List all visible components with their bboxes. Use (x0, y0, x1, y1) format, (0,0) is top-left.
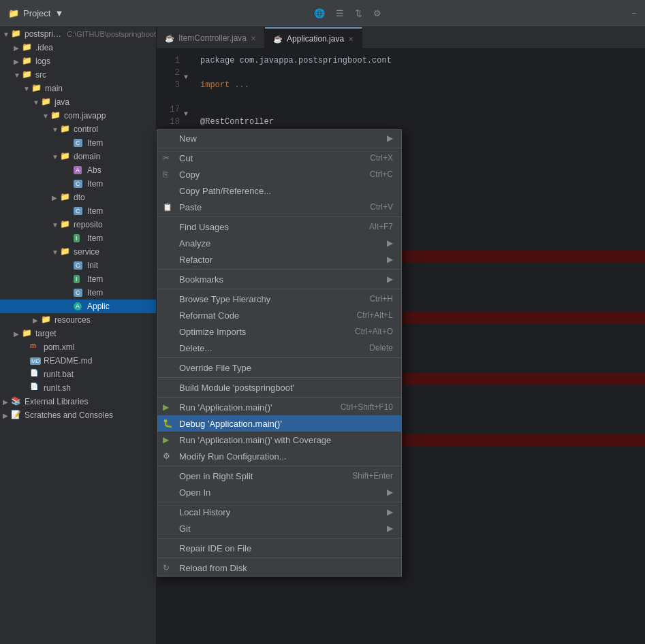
cm-item-copy-path[interactable]: Copy Path/Reference... (157, 182, 401, 199)
cm-item-label: Run 'Application.main()' with Coverage (179, 435, 393, 445)
cm-item-new[interactable]: New ▶ (157, 130, 401, 146)
submenu-arrow-icon: ▶ (387, 133, 393, 143)
package-icon: 📁 (60, 192, 71, 203)
cm-shortcut: Delete (369, 343, 393, 353)
sidebar-item-dto[interactable]: ▶ 📁 dto (0, 191, 156, 204)
sh-icon: 📄 (30, 383, 41, 393)
tree-arrow: ▶ (14, 44, 22, 52)
sidebar-item-resources[interactable]: ▶ 📁 resources (0, 313, 156, 327)
sidebar-item-service[interactable]: ▼ 📁 service (0, 245, 156, 259)
sidebar-item-item-domain[interactable]: C Item (0, 177, 156, 191)
tree-arrow: ▼ (52, 126, 60, 133)
java-icon: ☕ (165, 34, 174, 43)
cm-item-reformat[interactable]: Reformat Code Ctrl+Alt+L (157, 307, 401, 323)
project-dropdown-icon[interactable]: ▼ (54, 8, 63, 18)
cm-item-open-in[interactable]: Open In ▶ (157, 484, 401, 500)
sidebar-item-pomxml[interactable]: m pom.xml (0, 340, 156, 354)
sidebar-item-java[interactable]: ▼ 📁 java (0, 95, 156, 109)
cm-item-label: New (179, 133, 387, 144)
project-icon: 📁 (8, 8, 19, 18)
tree-label: Item (87, 138, 103, 148)
sidebar-item-item-svc1[interactable]: I Item (0, 272, 156, 286)
list-icon[interactable]: ☰ (336, 8, 344, 18)
cm-item-analyze[interactable]: Analyze ▶ (157, 235, 401, 251)
submenu-arrow-icon: ▶ (387, 507, 393, 517)
class-c-icon: C (74, 178, 84, 189)
code-line: package com.javappa.postspringboot.cont (200, 54, 645, 67)
cm-shortcut: Ctrl+C (370, 170, 393, 179)
sidebar-item-item-svc2[interactable]: C Item (0, 286, 156, 300)
sidebar-item-idea[interactable]: ▶ 📁 .idea (0, 41, 156, 54)
cm-item-reload[interactable]: ↻ Reload from Disk (157, 560, 401, 576)
code-line (200, 91, 645, 103)
gear-icon[interactable]: ⚙ (373, 8, 381, 18)
globe-icon[interactable]: 🌐 (314, 8, 325, 18)
tree-path: C:\GITHUB\postspringboot (67, 30, 156, 38)
cm-item-git[interactable]: Git ▶ (157, 520, 401, 536)
sidebar-item-runit-bat[interactable]: 📄 runIt.bat (0, 368, 156, 381)
cm-item-optimize[interactable]: Optimize Imports Ctrl+Alt+O (157, 323, 401, 340)
tab-application[interactable]: ☕ Application.java ✕ (265, 27, 362, 49)
cm-item-cut[interactable]: ✂ Cut Ctrl+X (157, 150, 401, 166)
class-c-icon: C (74, 260, 84, 271)
sidebar-item-item-repo[interactable]: I Item (0, 231, 156, 245)
sidebar-item-repository[interactable]: ▼ 📁 reposito (0, 218, 156, 231)
cm-item-find-usages[interactable]: Find Usages Alt+F7 (157, 219, 401, 235)
sidebar-item-itemcontroller[interactable]: C Item (0, 136, 156, 150)
cm-item-build[interactable]: Build Module 'postspringboot' (157, 379, 401, 396)
tab-itemcontroller[interactable]: ☕ ItemController.java ✕ (157, 27, 265, 49)
cm-separator (157, 289, 401, 289)
tree-label: Abs (87, 165, 101, 175)
sidebar-item-runit-sh[interactable]: 📄 runIt.sh (0, 381, 156, 395)
cm-shortcut: Ctrl+Alt+L (357, 310, 393, 320)
sidebar-item-target[interactable]: ▶ 📁 target (0, 327, 156, 340)
sidebar-item-src[interactable]: ▼ 📁 src (0, 68, 156, 82)
tab-close-icon[interactable]: ✕ (348, 35, 353, 43)
sidebar-item-item-dto[interactable]: C Item (0, 204, 156, 218)
sidebar-item-postspringboot[interactable]: ▼ 📁 postspringboot C:\GITHUB\postspringb… (0, 27, 156, 41)
arrows-icon[interactable]: ⇅ (355, 8, 362, 18)
sidebar-item-ext-libs[interactable]: ▶ 📚 External Libraries (0, 395, 156, 408)
sidebar-item-init[interactable]: C Init (0, 259, 156, 272)
sidebar-item-main[interactable]: ▼ 📁 main (0, 82, 156, 95)
package-icon: 📁 (60, 246, 71, 257)
cm-item-copy[interactable]: ⎘ Copy Ctrl+C (157, 166, 401, 182)
tab-close-icon[interactable]: ✕ (251, 35, 256, 42)
cm-item-label: Optimize Imports (179, 327, 341, 337)
sidebar-item-domain[interactable]: ▼ 📁 domain (0, 150, 156, 163)
cm-item-local-history[interactable]: Local History ▶ (157, 504, 401, 520)
sidebar-item-comjavapp[interactable]: ▼ 📁 com.javapp (0, 109, 156, 123)
tree-arrow: ▼ (14, 71, 22, 79)
sidebar-item-abs[interactable]: A Abs (0, 163, 156, 177)
cm-item-label: Repair IDE on File (179, 543, 393, 553)
scratches-icon: 📝 (11, 410, 22, 421)
tree-arrow: ▶ (3, 398, 11, 406)
config-icon: ⚙ (163, 451, 170, 461)
cm-item-coverage[interactable]: ▶ Run 'Application.main()' with Coverage (157, 432, 401, 448)
cm-item-override-type[interactable]: Override File Type (157, 359, 401, 376)
sidebar-item-logs[interactable]: ▶ 📁 logs (0, 54, 156, 68)
cm-item-debug[interactable]: 🐛 Debug 'Application.main()' (157, 415, 401, 432)
sidebar-item-readme[interactable]: MD README.md (0, 354, 156, 368)
cm-item-modify-config[interactable]: ⚙ Modify Run Configuration... (157, 448, 401, 464)
tree-label: resources (54, 315, 91, 325)
folder-icon: 📁 (41, 315, 52, 325)
project-selector[interactable]: 📁 Project ▼ (8, 8, 63, 18)
minimize-icon[interactable]: − (631, 8, 637, 18)
cm-item-browse-hierarchy[interactable]: Browse Type Hierarchy Ctrl+H (157, 291, 401, 307)
cm-item-paste[interactable]: 📋 Paste Ctrl+V (157, 199, 401, 215)
cm-item-run[interactable]: ▶ Run 'Application.main()' Ctrl+Shift+F1… (157, 399, 401, 415)
cm-item-label: Open In (179, 487, 387, 498)
class-c-icon: C (74, 138, 84, 148)
cm-item-open-split[interactable]: Open in Right Split Shift+Enter (157, 468, 401, 484)
cm-item-bookmarks[interactable]: Bookmarks ▶ (157, 271, 401, 287)
cm-item-repair-ide[interactable]: Repair IDE on File (157, 540, 401, 556)
sidebar-item-controller[interactable]: ▼ 📁 control (0, 123, 156, 136)
sidebar-item-scratches[interactable]: ▶ 📝 Scratches and Consoles (0, 408, 156, 422)
cm-item-refactor[interactable]: Refactor ▶ (157, 251, 401, 268)
cm-item-delete[interactable]: Delete... Delete (157, 340, 401, 356)
java-folder-icon: 📁 (41, 97, 52, 108)
title-bar: 📁 Project ▼ 🌐 ☰ ⇅ ⚙ − (0, 0, 645, 27)
cm-item-label: Run 'Application.main()' (179, 402, 327, 413)
sidebar-item-application[interactable]: A Applic (0, 300, 156, 313)
